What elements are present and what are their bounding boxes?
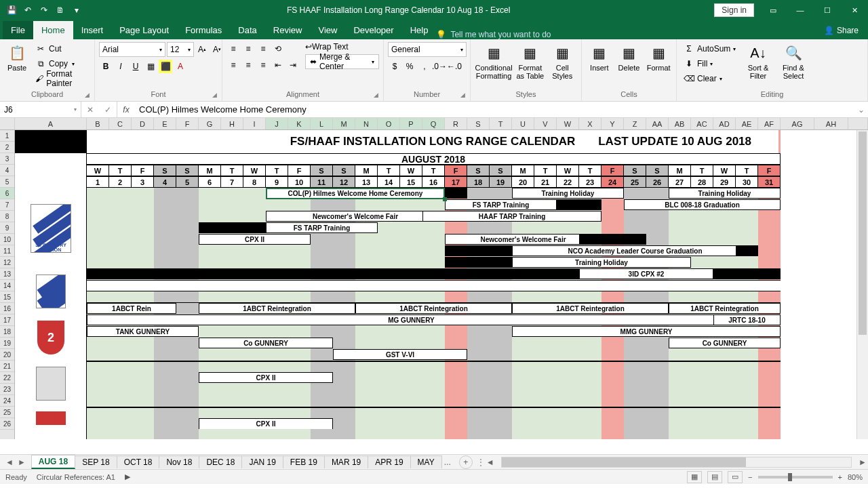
sort-filter-button[interactable]: A↓Sort & Filter	[742, 42, 774, 80]
sheet-tab-active[interactable]: AUG 18	[31, 455, 75, 469]
row-header[interactable]: 23	[0, 384, 14, 395]
sheet-next-icon[interactable]: ►	[16, 458, 27, 467]
row-header[interactable]: 3	[0, 153, 14, 165]
enter-formula-icon[interactable]: ✓	[99, 105, 117, 115]
format-as-table-button[interactable]: ▦Format as Table	[515, 42, 545, 80]
fill-handle[interactable]	[443, 197, 447, 201]
spreadsheet-grid[interactable]: ABCDEFGHIJKLMNOPQRSTUVWXYZAAABACADAEAFAG…	[0, 118, 868, 454]
formula-input[interactable]: COL(P) Hilmes Welcome Home Ceremony	[135, 102, 854, 117]
row-header[interactable]: 7	[0, 199, 14, 211]
zoom-out-icon[interactable]: −	[748, 473, 752, 481]
alignment-launcher-icon[interactable]: ◢	[374, 92, 382, 100]
col-header[interactable]: C	[109, 118, 132, 129]
hscroll-right-icon[interactable]: ►	[857, 458, 868, 467]
row-header[interactable]: 16	[0, 303, 14, 314]
tab-review[interactable]: Review	[265, 21, 311, 39]
col-header[interactable]: H	[221, 118, 243, 129]
zoom-slider[interactable]	[758, 476, 833, 479]
col-header[interactable]: S	[467, 118, 490, 129]
bold-button[interactable]: B	[99, 60, 113, 73]
row-header[interactable]: 24	[0, 395, 14, 407]
sheet-tab[interactable]: OCT 18	[117, 455, 160, 468]
sheet-tab[interactable]: MAR 19	[324, 455, 368, 468]
orientation-icon[interactable]: ⟲	[271, 42, 285, 56]
copy-button[interactable]: ⧉Copy▾	[33, 57, 90, 70]
find-select-button[interactable]: 🔍Find & Select	[777, 42, 810, 80]
conditional-formatting-button[interactable]: ▦Conditional Formatting	[475, 42, 513, 80]
row-header[interactable]: 5	[0, 176, 14, 188]
col-header[interactable]: AC	[691, 118, 713, 129]
underline-button[interactable]: U	[129, 60, 142, 73]
sheet-more[interactable]: ...	[441, 458, 454, 467]
decrease-decimal-icon[interactable]: ←.0	[448, 60, 461, 73]
print-preview-icon[interactable]: 🗎	[54, 4, 66, 16]
row-header[interactable]: 2	[0, 142, 14, 153]
hscroll-left-icon[interactable]: ◄	[485, 458, 496, 467]
view-page-layout-icon[interactable]: ▤	[707, 471, 722, 483]
col-header[interactable]: AH	[814, 118, 848, 129]
align-right-icon[interactable]: ≡	[256, 58, 270, 72]
row-header[interactable]: 15	[0, 291, 14, 303]
row-header[interactable]: 8	[0, 211, 14, 222]
border-button[interactable]: ▦	[144, 60, 157, 73]
share-button[interactable]: 👤 Share	[814, 22, 868, 39]
number-format-select[interactable]: General▾	[388, 42, 467, 57]
fill-button[interactable]: ⬇Fill▾	[681, 57, 739, 70]
col-header[interactable]: AG	[781, 118, 814, 129]
number-launcher-icon[interactable]: ◢	[460, 92, 469, 100]
expand-formula-icon[interactable]: ⌄	[854, 102, 868, 117]
row-header[interactable]: 9	[0, 222, 14, 234]
redo-icon[interactable]: ↷	[38, 4, 50, 16]
decrease-font-icon[interactable]: A▾	[210, 43, 224, 56]
font-name-select[interactable]: Arial▾	[99, 42, 165, 57]
align-bottom-icon[interactable]: ≡	[256, 42, 270, 56]
wrap-text-button[interactable]: ↩Wrap Text	[305, 42, 379, 52]
col-header[interactable]: N	[355, 118, 378, 129]
comma-icon[interactable]: ,	[418, 60, 431, 73]
col-header[interactable]: P	[400, 118, 422, 129]
sheet-tab[interactable]: MAY	[410, 455, 442, 468]
row-header[interactable]: 10	[0, 234, 14, 245]
col-header[interactable]: R	[445, 118, 467, 129]
tab-home[interactable]: Home	[33, 21, 73, 39]
view-normal-icon[interactable]: ▦	[687, 471, 702, 483]
col-header[interactable]: U	[512, 118, 534, 129]
zoom-level[interactable]: 80%	[848, 473, 863, 481]
undo-icon[interactable]: ↶	[22, 4, 34, 16]
row-header[interactable]: 22	[0, 372, 14, 384]
sheet-tab[interactable]: APR 19	[368, 455, 410, 468]
tab-data[interactable]: Data	[230, 21, 264, 39]
cancel-formula-icon[interactable]: ✕	[81, 105, 99, 115]
merge-center-button[interactable]: ⬌Merge & Center▾	[305, 54, 379, 69]
align-middle-icon[interactable]: ≡	[241, 42, 255, 56]
align-left-icon[interactable]: ≡	[226, 58, 240, 72]
minimize-icon[interactable]: —	[787, 0, 814, 20]
row-header[interactable]: 1	[0, 130, 14, 142]
sheet-canvas[interactable]: FS/HAAF INSTALLATION LONG RANGE CALENDAR…	[15, 130, 868, 439]
accounting-icon[interactable]: $	[388, 60, 401, 73]
format-painter-button[interactable]: 🖌Format Painter	[33, 72, 90, 85]
zoom-in-icon[interactable]: +	[838, 473, 842, 481]
sheet-prev-icon[interactable]: ◄	[4, 458, 15, 467]
select-all-button[interactable]	[0, 118, 15, 129]
delete-cells-button[interactable]: ▦Delete	[616, 42, 643, 72]
col-header[interactable]: W	[557, 118, 579, 129]
align-top-icon[interactable]: ≡	[226, 42, 240, 56]
col-header[interactable]: Z	[624, 118, 646, 129]
row-header[interactable]: 21	[0, 361, 14, 372]
zoom-handle[interactable]	[788, 473, 792, 481]
font-size-select[interactable]: 12▾	[167, 42, 194, 57]
increase-font-icon[interactable]: A▴	[195, 43, 209, 56]
sheet-tab[interactable]: Nov 18	[159, 455, 199, 468]
tab-developer[interactable]: Developer	[345, 21, 401, 39]
row-header[interactable]: 19	[0, 338, 14, 349]
col-header[interactable]: A	[15, 118, 87, 129]
col-header[interactable]: K	[288, 118, 311, 129]
row-header[interactable]: 12	[0, 257, 14, 268]
col-header[interactable]: Q	[422, 118, 445, 129]
increase-indent-icon[interactable]: ⇥	[286, 58, 300, 72]
maximize-icon[interactable]: ☐	[814, 0, 841, 20]
col-header[interactable]: J	[266, 118, 288, 129]
clipboard-launcher-icon[interactable]: ◢	[85, 92, 93, 100]
font-launcher-icon[interactable]: ◢	[212, 92, 220, 100]
